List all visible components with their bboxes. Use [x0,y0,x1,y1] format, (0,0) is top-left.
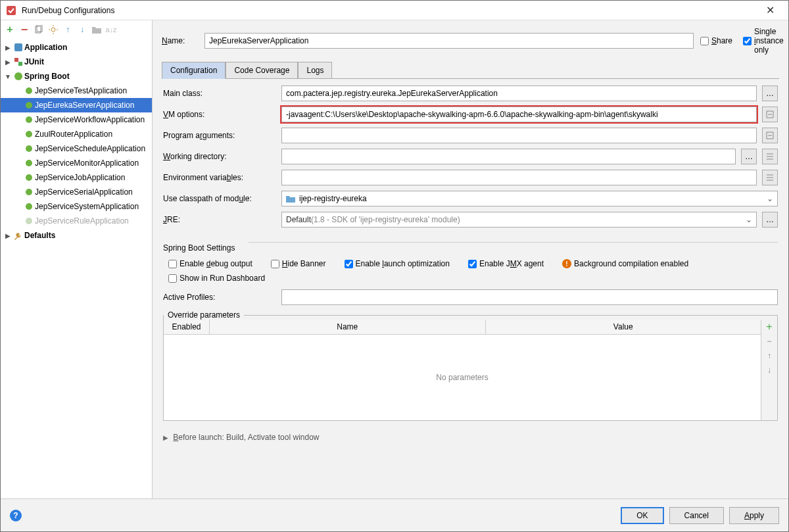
main-class-label: Main class: [163,89,276,98]
spring-icon [23,158,35,168]
remove-icon[interactable]: − [19,24,30,35]
add-param-button[interactable]: + [761,320,777,334]
svg-point-8 [26,87,32,94]
app-icon [6,5,16,16]
working-dir-input[interactable] [281,149,736,164]
working-dir-label: Working directory: [163,152,276,161]
chevron-right-icon: ▶ [3,232,12,239]
svg-point-14 [26,174,32,181]
cancel-button[interactable]: Cancel [669,507,724,524]
env-vars-input[interactable] [281,170,757,185]
svg-point-17 [26,218,32,224]
expand-vm-button[interactable] [762,107,778,122]
spring-icon [23,143,35,154]
enable-launch-opt-checkbox[interactable]: Enable launch optimization [345,259,450,268]
sidebar-toolbar: + − ↑ ↓ a↓z [1,20,152,37]
before-launch-toggle[interactable]: ▶ Before launch: Build, Activate tool wi… [163,433,778,442]
add-icon[interactable]: + [5,24,15,35]
tree-springboot[interactable]: ▼ Spring Boot [1,69,152,84]
up-icon[interactable]: ↑ [62,24,73,35]
settings-icon[interactable] [48,24,59,35]
tree-item-selected[interactable]: JepEurekaServerApplication [1,98,152,112]
svg-rect-6 [18,62,22,66]
help-button[interactable]: ? [10,510,22,521]
override-body: No parameters [164,335,761,420]
spring-icon [23,100,35,110]
configuration-panel: Main class: … VM options: Program argume… [162,78,779,498]
share-checkbox[interactable]: Share [700,36,736,45]
browse-wd-button[interactable]: … [741,149,757,164]
copy-icon[interactable] [34,24,44,35]
main-class-input[interactable] [281,85,757,101]
override-legend: Override parameters [164,310,244,320]
spring-icon [23,216,35,226]
active-profiles-input[interactable] [281,289,778,305]
ok-button[interactable]: OK [621,507,663,524]
tab-logs[interactable]: Logs [298,62,332,79]
module-icon [286,195,295,203]
tree-item[interactable]: JepServiceWorkflowApplication [1,112,152,127]
spring-icon [23,114,35,125]
svg-point-3 [51,28,55,32]
warning-icon: ! [562,259,571,268]
active-profiles-label: Active Profiles: [163,293,276,302]
env-vars-label: Environment variables: [163,173,276,182]
tree-item[interactable]: JepServiceSystemApplication [1,199,152,214]
chevron-right-icon: ▶ [3,44,12,51]
name-input[interactable] [204,33,694,49]
tab-configuration[interactable]: Configuration [162,62,226,79]
wrench-icon [12,230,24,241]
tree-item[interactable]: JepServiceTestApplication [1,84,152,98]
tabs: Configuration Code Coverage Logs [162,61,779,78]
chevron-right-icon: ▶ [3,59,12,66]
wd-list-button[interactable] [762,149,778,164]
window-title: Run/Debug Configurations [22,6,757,15]
svg-rect-0 [7,6,16,15]
tree-item[interactable]: JepServiceScheduleApplication [1,141,152,156]
tree-application[interactable]: ▶ Application [1,40,152,55]
enable-debug-checkbox[interactable]: Enable debug output [168,259,252,268]
ucom-label: Use classpath of module: [163,194,276,203]
titlebar: Run/Debug Configurations ✕ [1,1,788,20]
tab-coverage[interactable]: Code Coverage [226,62,298,79]
svg-point-7 [14,72,22,80]
tree-defaults[interactable]: ▶ Defaults [1,228,152,243]
tree-item-disabled[interactable]: JepServiceRuleApplication [1,214,152,228]
down-param-button[interactable]: ↓ [761,363,777,377]
spring-settings-label: Spring Boot Settings [163,243,239,253]
remove-param-button[interactable]: − [761,334,777,349]
expand-args-button[interactable] [762,128,778,143]
folder-icon[interactable] [91,24,102,35]
browse-main-class-button[interactable]: … [762,85,778,101]
tree-item[interactable]: JepServiceJobApplication [1,170,152,185]
tree-junit[interactable]: ▶ JUnit [1,55,152,69]
enable-jmx-checkbox[interactable]: Enable JMX agent [468,259,544,268]
close-window-button[interactable]: ✕ [757,1,783,20]
tree-item[interactable]: JepServiceSerialApplication [1,185,152,199]
down-icon[interactable]: ↓ [77,24,87,35]
up-param-button[interactable]: ↑ [761,349,777,363]
program-args-input[interactable] [281,128,757,143]
apply-button[interactable]: Apply [729,507,779,524]
bgc-status: ! Background compilation enabled [562,259,688,268]
hide-banner-checkbox[interactable]: Hide Banner [271,259,326,268]
svg-point-10 [26,116,32,123]
tree-item[interactable]: ZuulRouterApplication [1,127,152,141]
vm-options-input[interactable] [281,107,757,122]
single-instance-checkbox[interactable]: Single instance only [743,27,779,55]
spring-icon [23,172,35,183]
main-panel: Name: Share Single instance only Configu… [153,20,788,498]
tree-item[interactable]: JepServiceMonitorApplication [1,156,152,170]
svg-point-16 [26,203,32,210]
env-list-button[interactable] [762,170,778,185]
svg-rect-5 [14,58,18,62]
sidebar: + − ↑ ↓ a↓z ▶ Application ▶ JUnit [1,20,153,498]
svg-rect-4 [14,43,22,51]
sort-icon[interactable]: a↓z [106,24,116,35]
override-params: Override parameters Enabled Name Value N… [163,310,778,421]
browse-jre-button[interactable]: … [762,212,778,228]
jre-select[interactable]: Default (1.8 - SDK of 'ijep-registry-eur… [281,212,757,228]
ucom-select[interactable]: ijep-registry-eureka ⌄ [281,191,778,206]
svg-point-12 [26,145,32,152]
show-dashboard-checkbox[interactable]: Show in Run Dashboard [168,274,265,283]
